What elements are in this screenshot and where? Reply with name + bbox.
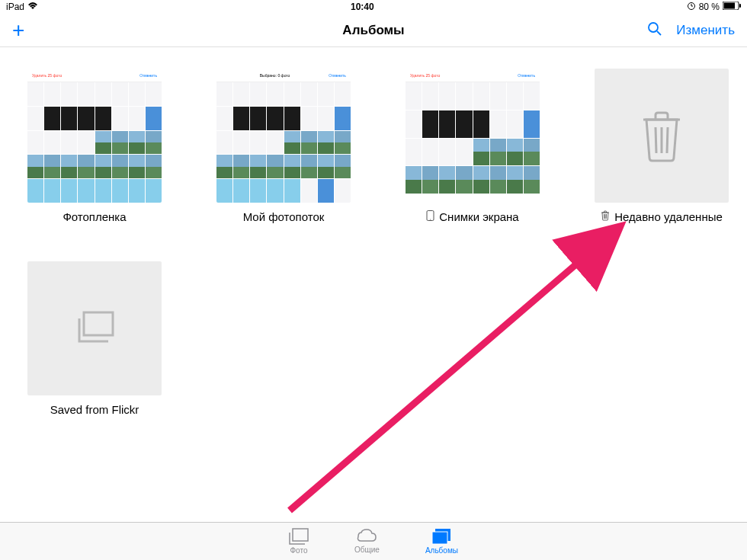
nav-bar: + Альбомы Изменить [0,14,747,47]
svg-line-10 [667,127,668,153]
stack-icon [73,311,116,346]
tab-photos[interactable]: Фото [289,528,309,555]
rotation-lock-icon [687,2,696,13]
shared-tab-icon [355,529,378,544]
svg-rect-15 [432,532,447,544]
trash-mini-icon [601,210,610,223]
album-thumbnail: Удалить 25 фотоОтменить [406,69,540,203]
svg-point-4 [649,23,658,32]
album-label: Фотопленка [63,210,126,223]
album-recently-deleted[interactable]: Недавно удаленные [595,69,729,223]
album-thumbnail: Удалить 25 фотоОтменить [27,69,162,203]
page-title: Альбомы [342,23,404,38]
svg-rect-2 [724,3,736,9]
status-bar: iPad 10:40 80 % [0,0,747,14]
tab-bar: Фото Общие Альбомы [0,522,747,560]
albums-grid: Удалить 25 фотоОтменить Фотопленка Выбра… [0,47,747,437]
tab-label: Общие [354,546,380,554]
album-screenshots[interactable]: Удалить 25 фотоОтменить Снимки экрана [406,69,540,223]
album-thumbnail [595,69,729,203]
wifi-icon [27,2,38,12]
photos-tab-icon [289,528,309,545]
svg-point-7 [430,219,431,219]
add-button[interactable]: + [12,20,24,41]
album-label: Недавно удаленные [614,210,723,223]
album-thumbnail: Выбрано: 0 фотоОтменить [216,69,351,203]
tab-shared[interactable]: Общие [354,529,380,554]
svg-rect-13 [293,529,308,541]
svg-rect-11 [84,312,113,335]
search-icon[interactable] [647,21,662,40]
svg-line-5 [657,31,661,35]
svg-rect-3 [739,4,741,8]
trash-icon [639,109,684,162]
album-saved-from-flickr[interactable]: Saved from Flickr [27,261,162,416]
battery-icon [723,2,741,12]
svg-line-8 [656,127,656,153]
album-photo-stream[interactable]: Выбрано: 0 фотоОтменить Мой фотопоток [216,69,351,223]
tab-albums[interactable]: Альбомы [425,528,458,555]
battery-label: 80 % [699,2,720,12]
albums-tab-icon [431,528,451,545]
album-label: Мой фотопоток [243,210,325,223]
album-label: Снимки экрана [439,210,518,223]
edit-button[interactable]: Изменить [676,23,735,38]
status-time: 10:40 [351,2,374,12]
device-icon [426,210,434,223]
device-label: iPad [6,2,24,12]
album-thumbnail [27,261,162,395]
tab-label: Альбомы [425,546,458,555]
album-camera-roll[interactable]: Удалить 25 фотоОтменить Фотопленка [27,69,162,223]
tab-label: Фото [290,546,308,555]
album-label: Saved from Flickr [50,403,139,416]
